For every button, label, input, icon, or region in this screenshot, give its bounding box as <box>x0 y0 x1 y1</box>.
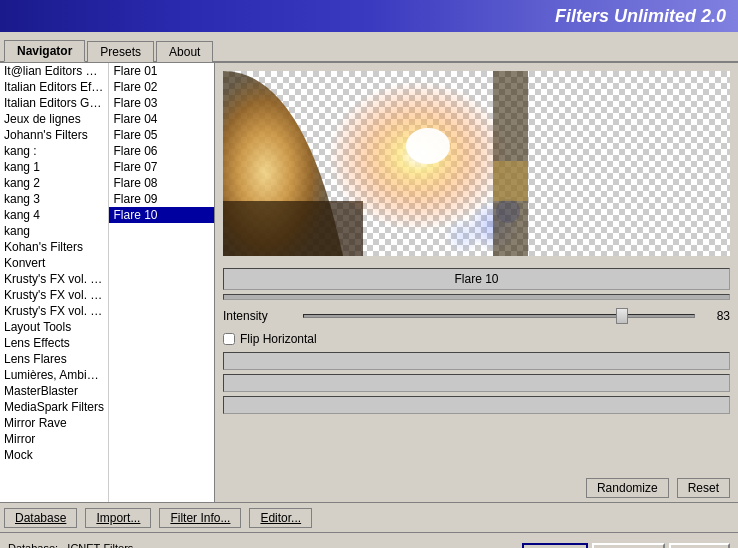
list-item[interactable]: Krusty's FX vol. II 2.0 <box>0 303 108 319</box>
intensity-thumb[interactable] <box>616 308 628 324</box>
preview-area <box>223 71 730 256</box>
status-left: Database: ICNET-Filters Filters 4742 <box>8 540 265 549</box>
list-item[interactable]: Italian Editors Generatore <box>0 95 108 111</box>
list-item[interactable]: Mirror Rave <box>0 415 108 431</box>
list-item[interactable]: Johann's Filters <box>0 127 108 143</box>
list-item[interactable]: kang 1 <box>0 159 108 175</box>
filter-sub-item[interactable]: Flare 01 <box>109 63 214 79</box>
filter-sub-item-selected[interactable]: Flare 10 <box>109 207 214 223</box>
filter-columns: It@lian Editors Effect Italian Editors E… <box>0 63 214 502</box>
tab-presets[interactable]: Presets <box>87 41 154 62</box>
list-item[interactable]: It@lian Editors Effect <box>0 63 108 79</box>
list-item[interactable]: kang <box>0 223 108 239</box>
list-item[interactable]: Mirror <box>0 431 108 447</box>
list-item[interactable]: Lumières, Ambiances <box>0 367 108 383</box>
app-title: Filters Unlimited 2.0 <box>555 6 726 27</box>
list-item[interactable]: kang 2 <box>0 175 108 191</box>
status-bar: Database: ICNET-Filters Filters 4742 STA… <box>0 532 738 548</box>
list-item[interactable]: Mock <box>0 447 108 463</box>
filter-sub-item[interactable]: Flare 04 <box>109 111 214 127</box>
import-button[interactable]: Import... <box>85 508 151 528</box>
filter-sub-item[interactable]: Flare 03 <box>109 95 214 111</box>
list-item[interactable]: Jeux de lignes <box>0 111 108 127</box>
right-panel: Flare 10 Intensity 83 Flip Horizontal <box>215 63 738 502</box>
filter-sub-item[interactable]: Flare 09 <box>109 191 214 207</box>
list-item[interactable]: Lens Effects <box>0 335 108 351</box>
reset-button[interactable]: Reset <box>677 478 730 498</box>
cancel-button[interactable]: Cancel <box>592 543 665 549</box>
filter-name-display: Flare 10 <box>223 268 730 290</box>
filter-sub-item[interactable]: Flare 08 <box>109 175 214 191</box>
right-controls: Randomize Reset <box>215 474 738 502</box>
list-item[interactable]: Krusty's FX vol. II 1.0 <box>0 287 108 303</box>
svg-point-3 <box>406 128 450 164</box>
list-item[interactable]: Layout Tools <box>0 319 108 335</box>
intensity-slider[interactable] <box>303 314 695 318</box>
flip-horizontal-checkbox[interactable] <box>223 333 235 345</box>
svg-rect-1 <box>223 201 363 256</box>
editor-button[interactable]: Editor... <box>249 508 312 528</box>
list-item[interactable]: kang 4 <box>0 207 108 223</box>
randomize-button[interactable]: Randomize <box>586 478 669 498</box>
filter-sublist[interactable]: Flare 01 Flare 02 Flare 03 Flare 04 Flar… <box>109 63 214 502</box>
apply-button[interactable]: Apply <box>522 543 588 549</box>
empty-bar-2 <box>223 374 730 392</box>
svg-point-5 <box>445 218 481 254</box>
list-item[interactable]: Konvert <box>0 255 108 271</box>
help-button[interactable]: Help <box>669 543 730 549</box>
database-status: Database: ICNET-Filters <box>8 540 265 549</box>
title-bar: Filters Unlimited 2.0 <box>0 0 738 32</box>
main-content: It@lian Editors Effect Italian Editors E… <box>0 62 738 502</box>
bottom-toolbar: Database Import... Filter Info... Editor… <box>0 502 738 532</box>
empty-bar-3 <box>223 396 730 414</box>
progress-bar <box>223 294 730 300</box>
list-item[interactable]: kang 3 <box>0 191 108 207</box>
filter-sub-item[interactable]: Flare 02 <box>109 79 214 95</box>
tab-about[interactable]: About <box>156 41 213 62</box>
flare-preview <box>223 71 730 256</box>
left-panel: It@lian Editors Effect Italian Editors E… <box>0 63 215 502</box>
svg-rect-8 <box>493 161 528 201</box>
list-item[interactable]: MasterBlaster <box>0 383 108 399</box>
empty-bar-1 <box>223 352 730 370</box>
list-item[interactable]: Italian Editors Effect <box>0 79 108 95</box>
list-item[interactable]: kang : <box>0 143 108 159</box>
flip-horizontal-row: Flip Horizontal <box>223 332 730 346</box>
database-label: Database: <box>8 542 58 549</box>
database-button[interactable]: Database <box>4 508 77 528</box>
flip-horizontal-label: Flip Horizontal <box>240 332 317 346</box>
intensity-label: Intensity <box>223 309 303 323</box>
filter-sub-item[interactable]: Flare 06 <box>109 143 214 159</box>
filter-sub-item[interactable]: Flare 07 <box>109 159 214 175</box>
intensity-value: 83 <box>695 309 730 323</box>
list-item[interactable]: MediaSpark Filters <box>0 399 108 415</box>
database-value: ICNET-Filters <box>67 542 133 549</box>
filter-info-button[interactable]: Filter Info... <box>159 508 241 528</box>
list-item[interactable]: Lens Flares <box>0 351 108 367</box>
controls-area: Flare 10 Intensity 83 Flip Horizontal <box>215 264 738 474</box>
tabs-bar: Navigator Presets About <box>0 32 738 62</box>
category-list[interactable]: It@lian Editors Effect Italian Editors E… <box>0 63 109 502</box>
tab-navigator[interactable]: Navigator <box>4 40 85 62</box>
action-buttons: Apply Cancel Help <box>522 543 730 549</box>
intensity-row: Intensity 83 <box>223 306 730 326</box>
list-item[interactable]: Krusty's FX vol. I 1.0 <box>0 271 108 287</box>
list-item[interactable]: Kohan's Filters <box>0 239 108 255</box>
filter-sub-item[interactable]: Flare 05 <box>109 127 214 143</box>
